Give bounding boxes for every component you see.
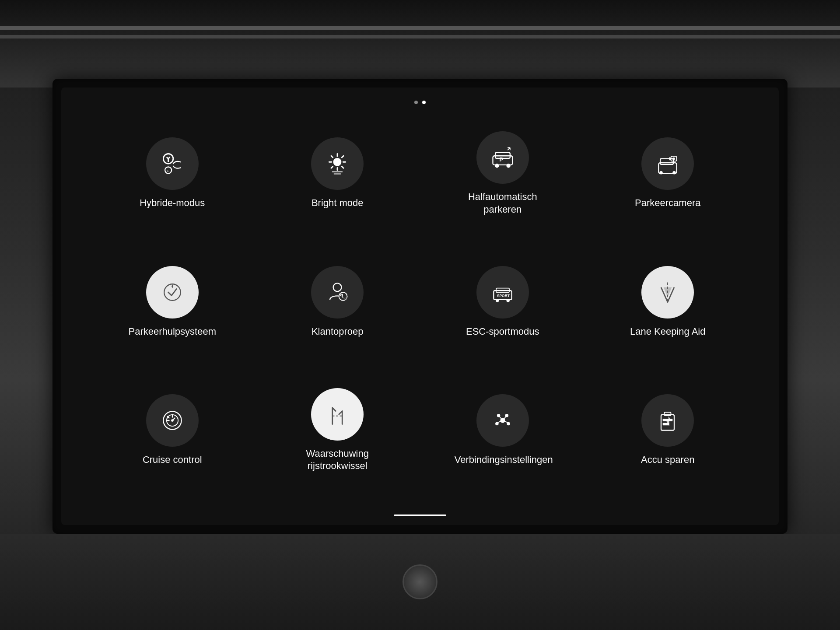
svg-point-22 <box>673 158 676 160</box>
top-vent <box>0 0 840 88</box>
center-knob[interactable] <box>402 564 438 599</box>
halfauto-park-item[interactable]: P Halfautomatisch parkeren <box>427 114 579 233</box>
svg-point-14 <box>495 164 499 168</box>
cruise-control-item[interactable]: Cruise control <box>96 371 248 490</box>
halfauto-park-icon: P <box>476 131 529 184</box>
connection-settings-label: Verbindingsinstellingen <box>455 454 551 466</box>
parkeercamera-label: Parkeercamera <box>635 197 700 210</box>
screen-inner: E Hybride-modus <box>61 88 779 525</box>
parkeerhulp-item[interactable]: Parkeerhulpsysteem <box>96 242 248 361</box>
bright-mode-icon <box>311 137 364 190</box>
accu-sparen-label: Accu sparen <box>641 454 694 466</box>
hybride-modus-label: Hybride-modus <box>140 197 205 210</box>
parkeercamera-icon <box>641 137 694 190</box>
svg-point-29 <box>496 299 499 302</box>
svg-line-9 <box>342 167 344 168</box>
lane-keeping-label: Lane Keeping Aid <box>630 326 706 338</box>
svg-point-30 <box>506 299 510 302</box>
hybrid-icon: E <box>146 137 199 190</box>
svg-point-36 <box>497 414 500 417</box>
esc-sport-label: ESC-sportmodus <box>466 326 539 338</box>
parkeercamera-item[interactable]: Parkeercamera <box>592 114 744 233</box>
svg-line-8 <box>331 156 333 158</box>
parkeerhulp-label: Parkeerhulpsysteem <box>128 326 216 338</box>
parkeerhulp-icon <box>146 266 199 318</box>
grid-container: E Hybride-modus <box>61 88 779 525</box>
svg-point-34 <box>171 419 174 422</box>
page-dot-2[interactable] <box>422 101 426 104</box>
esc-sport-icon: SPORT <box>476 266 529 318</box>
bright-mode-label: Bright mode <box>312 197 364 210</box>
scroll-indicator <box>394 514 446 516</box>
svg-point-20 <box>673 171 676 175</box>
klantoproep-icon: 📞 <box>311 266 364 318</box>
svg-text:SPORT: SPORT <box>497 294 510 298</box>
lane-keeping-icon <box>641 266 694 318</box>
svg-text:P: P <box>499 156 503 163</box>
svg-point-37 <box>505 414 508 417</box>
connection-settings-icon <box>476 394 529 447</box>
bottom-frame <box>0 534 840 630</box>
svg-point-3 <box>333 158 342 166</box>
accu-sparen-icon <box>641 394 694 447</box>
hybride-modus-item[interactable]: E Hybride-modus <box>96 114 248 233</box>
svg-point-19 <box>660 171 663 175</box>
accu-sparen-item[interactable]: Accu sparen <box>592 371 744 490</box>
page-dot-1[interactable] <box>414 101 418 104</box>
svg-line-11 <box>331 167 333 168</box>
svg-point-15 <box>506 164 510 168</box>
svg-text:E: E <box>167 169 169 173</box>
connection-settings-item[interactable]: Verbindingsinstellingen <box>427 371 579 490</box>
cruise-control-label: Cruise control <box>143 454 202 466</box>
bright-mode-item[interactable]: Bright mode <box>262 114 414 233</box>
svg-point-38 <box>495 422 499 426</box>
page-dots <box>414 101 426 104</box>
svg-line-10 <box>342 156 344 158</box>
car-frame: E Hybride-modus <box>0 0 840 630</box>
cruise-control-icon <box>146 394 199 447</box>
lane-change-warning-icon <box>311 388 364 441</box>
klantoproep-label: Klantoproep <box>312 326 364 338</box>
klantoproep-item[interactable]: 📞 Klantoproep <box>262 242 414 361</box>
lane-keeping-item[interactable]: Lane Keeping Aid <box>592 242 744 361</box>
screen-bezel: E Hybride-modus <box>52 79 788 534</box>
lane-change-item[interactable]: Waarschuwing rijstrookwissel <box>262 371 414 490</box>
svg-rect-18 <box>660 159 673 164</box>
esc-sport-item[interactable]: SPORT ESC-sportmodus <box>427 242 579 361</box>
svg-point-24 <box>333 283 342 291</box>
halfauto-park-label: Halfautomatisch parkeren <box>455 191 551 216</box>
lane-change-label: Waarschuwing rijstrookwissel <box>289 448 385 472</box>
svg-point-39 <box>507 422 510 426</box>
